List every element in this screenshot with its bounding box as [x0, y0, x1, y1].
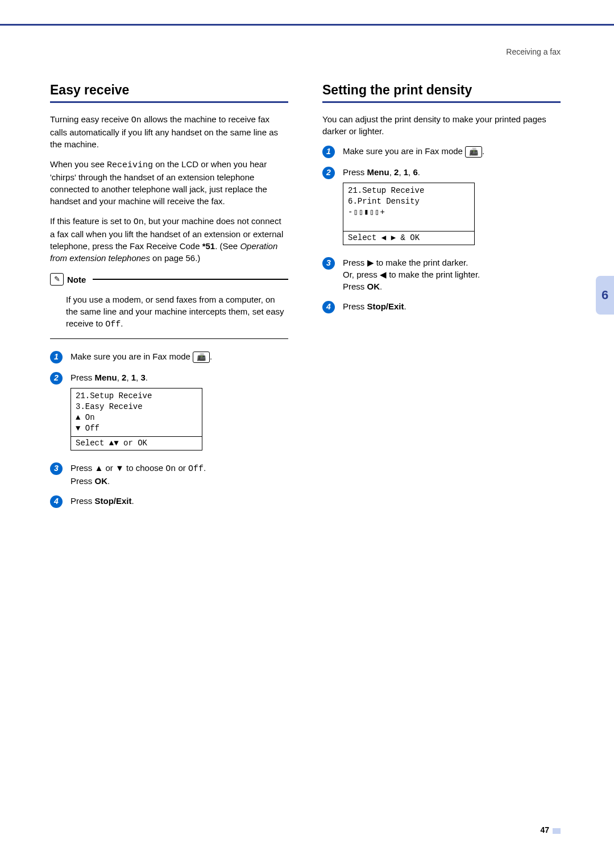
left-step-2: 2 Press Menu, 2, 1, 3. 21.Setup Receive …	[50, 371, 288, 453]
note-icon: ✎	[50, 273, 64, 286]
step-badge-3: 3	[50, 462, 63, 475]
fax-mode-icon: 📠	[465, 146, 482, 158]
left-step-1: 1 Make sure you are in Fax mode 📠.	[50, 350, 288, 363]
note-rule	[93, 279, 288, 280]
para-3: If this feature is set to On, but your m…	[50, 215, 288, 264]
page-header: Receiving a fax	[506, 47, 561, 58]
step-badge-1: 1	[322, 146, 335, 158]
note-label: Note	[67, 274, 86, 286]
right-step-4: 4 Press Stop/Exit.	[322, 300, 561, 313]
para-1: Turning easy receive On allows the machi…	[50, 113, 288, 150]
right-column: Setting the print density You can adjust…	[322, 81, 561, 516]
step-badge-4: 4	[322, 301, 335, 313]
heading-rule	[50, 101, 288, 103]
page-deco	[553, 828, 561, 834]
left-step-3: 3 Press ▲ or ▼ to choose On or Off. Pres…	[50, 462, 288, 487]
right-step-3: 3 Press ▶ to make the print darker. Or, …	[322, 257, 561, 292]
right-step-2: 2 Press Menu, 2, 1, 6. 21.Setup Receive …	[322, 166, 561, 248]
top-rule	[0, 24, 614, 26]
step-badge-4: 4	[50, 495, 63, 508]
lcd-screen-easy-receive: 21.Setup Receive 3.Easy Receive ▲ On ▼ O…	[70, 388, 202, 450]
step-badge-2: 2	[50, 372, 63, 385]
heading-rule	[322, 101, 561, 103]
step-badge-1: 1	[50, 351, 63, 363]
lcd-screen-print-density: 21.Setup Receive 6.Print Density -▯▯▮▯▯+…	[343, 183, 475, 245]
note-body: If you use a modem, or send faxes from a…	[50, 289, 288, 339]
para-density: You can adjust the print density to make…	[322, 113, 561, 137]
left-column: Easy receive Turning easy receive On all…	[50, 81, 288, 516]
para-2: When you see Receiving on the LCD or whe…	[50, 158, 288, 207]
left-step-4: 4 Press Stop/Exit.	[50, 495, 288, 508]
step-badge-2: 2	[322, 167, 335, 179]
heading-easy-receive: Easy receive	[50, 81, 288, 99]
chapter-tab: 6	[596, 276, 614, 315]
note-block: ✎ Note If you use a modem, or send faxes…	[50, 273, 288, 339]
right-step-1: 1 Make sure you are in Fax mode 📠.	[322, 145, 561, 158]
heading-print-density: Setting the print density	[322, 81, 561, 99]
page-number: 47	[540, 825, 561, 836]
fax-mode-icon: 📠	[193, 352, 210, 363]
step-badge-3: 3	[322, 257, 335, 270]
